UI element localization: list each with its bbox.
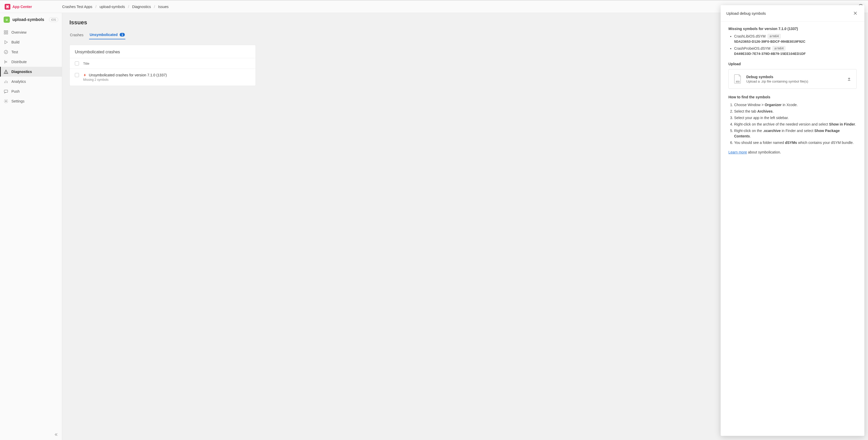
svg-rect-3 <box>6 31 8 32</box>
instruction-item: You should see a folder named dSYMs whic… <box>734 140 857 146</box>
table-header: Title <box>70 58 256 69</box>
svg-marker-1 <box>7 6 8 7</box>
symbol-uuid: D449E33D-7E74-379D-8B79-15EE104ED1DF <box>734 52 857 56</box>
crumb-3[interactable]: Issues <box>158 5 168 9</box>
crumb-1[interactable]: upload-symbols <box>99 5 125 9</box>
tab-label: Unsymbolicated <box>90 33 118 37</box>
dropzone-subtitle: Upload a .zip file containing symbol fil… <box>746 80 808 83</box>
instruction-item: Right-click on the archive of the needed… <box>734 122 857 127</box>
svg-rect-2 <box>4 31 5 32</box>
instruction-item: Right-click on the .xcarchive in Finder … <box>734 128 857 139</box>
breadcrumbs: Crashes Test Apps / upload-symbols / Dia… <box>62 5 168 9</box>
crumb-0[interactable]: Crashes Test Apps <box>62 5 92 9</box>
sheet-title: Upload debug symbols <box>726 11 766 15</box>
panel-title: Unsymbolicated crashes <box>70 45 256 58</box>
missing-heading: Missing symbols for version 7.1.0 (1337) <box>728 27 857 31</box>
symbol-name: CrashProbeiOS.dSYM <box>734 46 770 51</box>
nav-analytics[interactable]: Analytics <box>0 76 62 87</box>
app-name: upload-symbols <box>12 17 44 22</box>
learn-more-line: Learn more about symbolication. <box>728 150 857 154</box>
play-icon <box>4 40 8 44</box>
nav-label: Test <box>11 50 18 54</box>
app-badge: u <box>4 17 10 23</box>
upload-symbols-sheet: Upload debug symbols Missing symbols for… <box>721 5 864 436</box>
howto-heading: How to find the symbols <box>728 95 857 99</box>
instruction-item: Choose Window > Organizer in Xcode. <box>734 102 857 108</box>
missing-symbols-list: CrashLibiOS.dSYM arm64 5DA23653-D126-39F… <box>728 34 857 56</box>
instructions-list: Choose Window > Organizer in Xcode. Sele… <box>728 102 857 146</box>
nav-label: Settings <box>11 99 25 103</box>
tab-count-badge: 1 <box>120 33 125 36</box>
dropzone-title: Debug symbols <box>746 75 808 79</box>
breadcrumb-sep: / <box>154 5 155 9</box>
row-subtitle: Missing 2 symbols <box>83 78 167 82</box>
nav-label: Diagnostics <box>11 70 32 74</box>
row-title-text: Unsymbolicated crashes for version 7.1.0… <box>89 73 167 77</box>
svg-rect-5 <box>6 33 8 34</box>
crashes-panel: Unsymbolicated crashes Title Unsymbolica… <box>69 45 256 86</box>
app-center-logo[interactable] <box>5 4 10 9</box>
tab-unsymbolicated[interactable]: Unsymbolicated 1 <box>89 31 125 39</box>
nav-overview[interactable]: Overview <box>0 27 62 37</box>
nav-label: Distribute <box>11 60 27 64</box>
instruction-item: Select the tab Archives. <box>734 109 857 114</box>
upload-dropzone[interactable]: .ZIP Debug symbols Upload a .zip file co… <box>728 69 857 89</box>
nav-diagnostics[interactable]: Diagnostics <box>0 67 62 76</box>
symbol-arch: arm64 <box>768 34 780 38</box>
grid-icon <box>4 30 8 35</box>
platform-pill: iOS <box>49 17 58 22</box>
svg-rect-13 <box>4 90 8 92</box>
tab-crashes[interactable]: Crashes <box>69 31 84 39</box>
nav-build[interactable]: Build <box>0 37 62 47</box>
svg-rect-4 <box>4 33 5 34</box>
nav-test[interactable]: Test <box>0 47 62 57</box>
settings-icon <box>4 99 8 103</box>
nav-label: Analytics <box>11 80 26 84</box>
close-button[interactable] <box>852 10 859 17</box>
svg-point-9 <box>6 73 6 73</box>
tab-label: Crashes <box>70 33 83 37</box>
brand-text[interactable]: App Center <box>12 5 32 9</box>
svg-marker-6 <box>5 41 8 44</box>
symbol-name: CrashLibiOS.dSYM <box>734 34 766 38</box>
alert-triangle-icon <box>4 69 8 74</box>
sidebar: u upload-symbols iOS Overview Build <box>0 13 62 440</box>
nav-label: Build <box>11 40 20 44</box>
breadcrumb-sep: / <box>128 5 129 9</box>
app-header[interactable]: u upload-symbols iOS <box>0 13 62 27</box>
collapse-sidebar-button[interactable] <box>54 432 58 437</box>
svg-point-14 <box>5 101 7 102</box>
row-checkbox[interactable] <box>75 73 79 77</box>
symbol-item: CrashLibiOS.dSYM arm64 5DA23653-D126-39F… <box>734 34 857 43</box>
nav-settings[interactable]: Settings <box>0 96 62 106</box>
column-title: Title <box>83 62 89 65</box>
instruction-item: Select your app in the left sidebar. <box>734 115 857 121</box>
nav-label: Overview <box>11 30 26 34</box>
check-circle-icon <box>4 50 8 54</box>
zip-file-icon: .ZIP <box>734 74 742 84</box>
symbol-uuid: 5DA23653-D126-39F0-BDCF-994B3019F92C <box>734 40 857 43</box>
breadcrumb-sep: / <box>95 5 96 9</box>
svg-text:.ZIP: .ZIP <box>737 81 739 83</box>
crumb-2[interactable]: Diagnostics <box>132 5 151 9</box>
nav-distribute[interactable]: Distribute <box>0 57 62 67</box>
symbol-item: CrashProbeiOS.dSYM arm64 D449E33D-7E74-3… <box>734 46 857 56</box>
symbol-arch: arm64 <box>772 46 785 51</box>
bolt-icon <box>83 73 87 77</box>
bar-chart-icon <box>4 79 8 84</box>
nav-label: Push <box>11 89 20 93</box>
branch-icon <box>4 60 8 64</box>
upload-arrow-icon <box>847 77 851 81</box>
table-row[interactable]: Unsymbolicated crashes for version 7.1.0… <box>70 69 256 86</box>
upload-heading: Upload <box>728 62 857 66</box>
message-icon <box>4 89 8 94</box>
svg-point-7 <box>4 50 8 54</box>
select-all-checkbox[interactable] <box>75 61 79 65</box>
learn-more-link[interactable]: Learn more <box>728 150 747 154</box>
nav-push[interactable]: Push <box>0 87 62 96</box>
